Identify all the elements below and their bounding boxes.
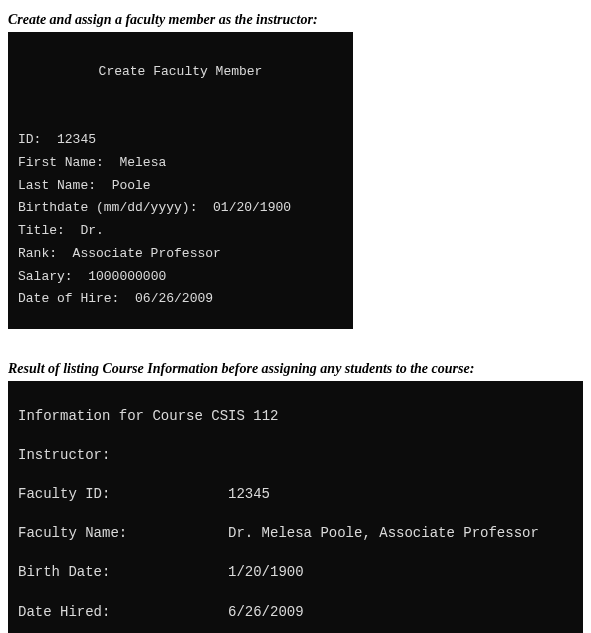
date-hired-label: Date Hired: <box>18 603 228 623</box>
first-name-value: Melesa <box>119 155 166 170</box>
last-name-value: Poole <box>112 178 151 193</box>
id-value: 12345 <box>57 132 96 147</box>
title-label: Title: <box>18 223 80 238</box>
faculty-id-label: Faculty ID: <box>18 485 228 505</box>
terminal-course-info: Information for Course CSIS 112 Instruct… <box>8 381 583 633</box>
faculty-name-label: Faculty Name: <box>18 524 228 544</box>
title-value: Dr. <box>80 223 103 238</box>
salary-value: 1000000000 <box>88 269 166 284</box>
caption-create-faculty: Create and assign a faculty member as th… <box>8 12 583 28</box>
course-header: Information for Course CSIS 112 <box>18 407 573 427</box>
terminal-create-faculty: Create Faculty Member ID: 12345 First Na… <box>8 32 353 329</box>
date-of-hire-value: 06/26/2009 <box>135 291 213 306</box>
instructor-label: Instructor: <box>18 446 573 466</box>
rank-label: Rank: <box>18 246 73 261</box>
birthdate-label: Birthdate (mm/dd/yyyy): <box>18 200 213 215</box>
faculty-id-value: 12345 <box>228 485 573 505</box>
first-name-label: First Name: <box>18 155 119 170</box>
birth-date-label: Birth Date: <box>18 563 228 583</box>
birthdate-value: 01/20/1900 <box>213 200 291 215</box>
faculty-name-value: Dr. Melesa Poole, Associate Professor <box>228 524 573 544</box>
date-of-hire-label: Date of Hire: <box>18 291 135 306</box>
date-hired-value: 6/26/2009 <box>228 603 573 623</box>
id-label: ID: <box>18 132 57 147</box>
birth-date-value: 1/20/1900 <box>228 563 573 583</box>
rank-value: Associate Professor <box>73 246 221 261</box>
last-name-label: Last Name: <box>18 178 112 193</box>
caption-course-info: Result of listing Course Information bef… <box>8 361 583 377</box>
salary-label: Salary: <box>18 269 88 284</box>
terminal-title: Create Faculty Member <box>18 61 343 84</box>
